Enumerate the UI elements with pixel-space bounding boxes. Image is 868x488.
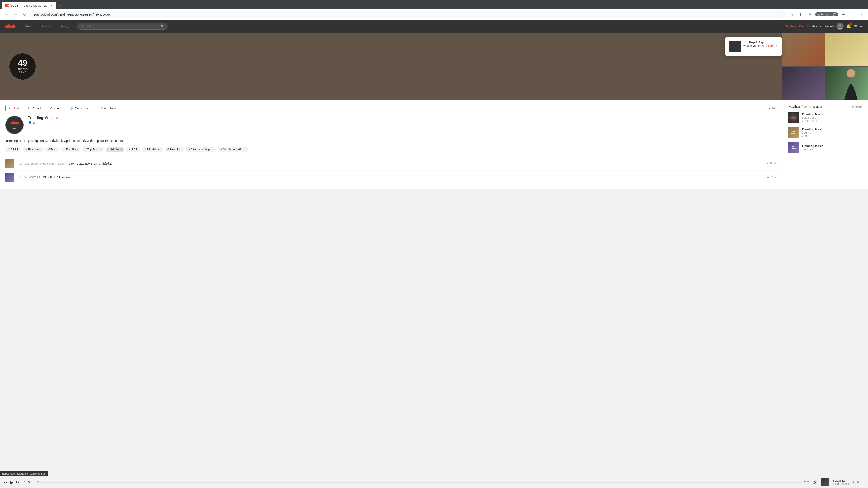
playlist-details-1: Trending Music Soundcloud ♥ 111 ↻ 3 (802, 113, 823, 123)
copy-link-button[interactable]: 🔗 Copy Link (67, 105, 91, 111)
tag-asse[interactable]: # ASSE (5, 147, 21, 152)
svg-point-10 (10, 123, 11, 125)
track-title-1: Secret boy (@secretboy_zigo) - It's ok F… (24, 161, 764, 166)
for-artists-link[interactable]: For Artists (807, 24, 821, 28)
artist-section: TRENDINGMUSIC Trending Music ✔ 👤 154 (5, 116, 777, 134)
tab-title: Stream Trending Music | Listen... (11, 4, 49, 7)
search-input[interactable] (81, 24, 159, 28)
play-count-2: 4,164 (770, 176, 777, 179)
soundcloud-logo[interactable] (4, 23, 16, 30)
playlist-name-2: Trending Music (802, 128, 823, 131)
heart-icon: ♥ (9, 106, 11, 110)
track-item-2[interactable]: 2 YUNGTARR - Pink Rick & Lifestyle ▶ 4,1… (5, 170, 777, 184)
toast-notification: ♫ Hip Hop & Rap was saved to your Librar… (725, 37, 782, 56)
try-next-pro-button[interactable]: Try Next Pro (785, 24, 804, 28)
nav-right-buttons: ☆ ⬇ ⊞ 🕵 Incognito (2) — ❐ × (788, 11, 865, 18)
link-icon: 🔗 (70, 106, 74, 110)
search-bar[interactable]: 🔍 (77, 23, 168, 30)
main-nav: Home Feed Library (21, 23, 72, 30)
add-to-next-up-button[interactable]: ☰ Add to Next up (94, 105, 123, 111)
user-avatar[interactable] (836, 23, 844, 30)
active-tab[interactable]: Stream Trending Music | Listen... × (2, 2, 56, 9)
tags-container: # ASSE # Electronic # Trap # Pop Rap # T… (5, 147, 777, 152)
share-button[interactable]: ↗ Share (47, 105, 64, 111)
electronic-thumb-label: ELECTRON (790, 145, 796, 150)
artist-followers: 👤 154 (28, 121, 59, 124)
nav-feed[interactable]: Feed (39, 23, 53, 30)
playlist-stats-2: ♥ 36 (802, 135, 823, 138)
album-art-collage (782, 33, 868, 100)
track-song-2: Pink Rick & Lifestyle (43, 176, 70, 179)
messages-button[interactable]: ✉ (854, 24, 857, 29)
playlists-section-header: Playlists from this user View all (788, 105, 863, 108)
tab-favicon (5, 4, 9, 7)
tab-close-button[interactable]: × (51, 4, 53, 7)
tag-old-school[interactable]: # Old School Hip ... (217, 147, 248, 152)
svg-point-8 (839, 24, 841, 27)
tag-uk-grime[interactable]: # UK Grime (142, 147, 163, 152)
track-item-1[interactable]: 1 Secret boy (@secretboy_zigo) - It's ok… (5, 157, 777, 170)
track-num-1: 1 (17, 162, 22, 165)
playlist-genre-2: Country (802, 131, 823, 134)
track-plays-1: ▶ 28.3K (767, 162, 777, 165)
artist-avatar[interactable]: TRENDINGMUSIC (5, 116, 24, 134)
nav-home[interactable]: Home (21, 23, 37, 30)
tracks-label: TRACKS (18, 68, 28, 71)
incognito-icon: 🕵 (817, 13, 820, 16)
content-left: ♥ Liked ↻ Repost ↗ Share 🔗 Copy Link ☰ A… (0, 100, 782, 189)
add-icon: ☰ (97, 106, 99, 110)
svg-point-20 (793, 117, 794, 119)
maximize-button[interactable]: ❐ (849, 11, 856, 18)
playlist-thumb-electronic: ELECTRON (788, 142, 799, 153)
minimize-button[interactable]: — (840, 11, 847, 18)
soundcloud-header: Home Feed Library 🔍 Try Next Pro For Art… (0, 20, 868, 33)
forward-button[interactable]: → (12, 11, 19, 18)
back-button[interactable]: ← (3, 11, 10, 18)
tag-trending[interactable]: # Trending (164, 147, 184, 152)
address-url: soundcloud.com/trending-music-asse/sets/… (34, 13, 782, 16)
search-icon: 🔍 (160, 24, 164, 28)
new-tab-button[interactable]: + (57, 2, 63, 9)
country-thumb-label: HIPRAP (791, 130, 796, 135)
playlist-likes-1: 111 (805, 120, 810, 123)
liked-button[interactable]: ♥ Liked (5, 105, 22, 111)
share-icon: ↗ (50, 106, 52, 110)
collage-cell-1 (782, 33, 825, 66)
followers-count: 154 (33, 121, 37, 124)
playlist-thumb-country: HIPRAP (788, 127, 799, 138)
tag-top-tracks[interactable]: # Top Tracks (82, 147, 104, 152)
playlist-item-1[interactable]: Trending Music Soundcloud ♥ 111 ↻ 3 (788, 112, 863, 123)
address-bar[interactable]: soundcloud.com/trending-music-asse/sets/… (30, 11, 786, 18)
tag-electronic[interactable]: # Electronic (23, 147, 43, 152)
close-window-button[interactable]: × (858, 11, 865, 18)
toast-library-link[interactable]: your Library. (762, 44, 778, 47)
tag-alt-hip[interactable]: # Alternative Hip ... (186, 147, 216, 152)
playlist-reposts-1: 3 (815, 120, 817, 123)
followers-icon: 👤 (28, 121, 32, 124)
tag-rnb[interactable]: # R&B (126, 147, 140, 152)
notification-button[interactable]: 🔔 (846, 24, 851, 29)
upload-button[interactable]: Upload (824, 24, 834, 28)
notification-dot (850, 23, 852, 25)
extensions-button[interactable]: ⊞ (806, 11, 813, 18)
track-count-badge: 49 TRACKS 53:40 (9, 53, 36, 80)
nav-library[interactable]: Library (55, 23, 72, 30)
repost-button[interactable]: ↻ Repost (25, 105, 44, 111)
download-button[interactable]: ⬇ (797, 11, 804, 18)
liked-label: Liked (12, 106, 19, 110)
playlist-item-3[interactable]: ELECTRON Trending Music Electronic (788, 142, 863, 153)
more-options-button[interactable]: ••• (860, 24, 864, 28)
playlist-likes-2: 36 (805, 135, 808, 138)
playlist-details-3: Trending Music Electronic (802, 144, 823, 151)
tag-hip-hop[interactable]: # Hip Hop (106, 147, 125, 152)
bookmark-button[interactable]: ☆ (788, 11, 795, 18)
playlist-item-2[interactable]: HIPRAP Trending Music Country ♥ 36 (788, 127, 863, 138)
playlist-genre-1: Soundcloud (802, 116, 823, 119)
track-count-number: 49 (18, 59, 27, 67)
tag-pop-rap[interactable]: # Pop Rap (61, 147, 80, 152)
refresh-button[interactable]: ↻ (21, 11, 28, 18)
playlist-reposts-icon-1: ↻ (811, 120, 814, 123)
tag-trap[interactable]: # Trap (45, 147, 59, 152)
verified-icon: ✔ (56, 116, 59, 120)
view-all-button[interactable]: View all (852, 105, 863, 108)
